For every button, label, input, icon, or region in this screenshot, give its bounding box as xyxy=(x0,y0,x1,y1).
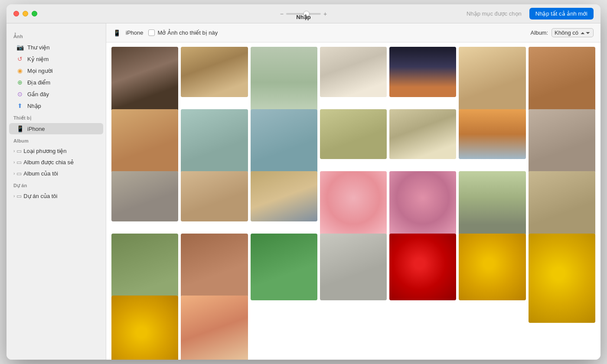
photo-thumb[interactable] xyxy=(389,234,456,300)
memory-icon: ↺ xyxy=(16,55,24,62)
photo-image xyxy=(181,171,248,221)
photo-thumb[interactable] xyxy=(181,234,248,300)
sidebar-item-label-gan-day: Gần đây xyxy=(27,91,49,98)
photo-thumb[interactable] xyxy=(529,109,595,176)
album-label: Album: xyxy=(531,29,548,36)
sidebar-item-gan-day[interactable]: ⊙ Gần đây xyxy=(9,88,103,100)
maximize-button[interactable] xyxy=(32,11,37,16)
sidebar-item-label-nhap: Nhập xyxy=(27,103,41,109)
photo-thumb[interactable] xyxy=(529,234,595,323)
photo-thumb[interactable] xyxy=(459,109,525,159)
photo-image xyxy=(320,234,387,300)
album-dropdown[interactable]: Không có ⏶⏷ xyxy=(552,28,594,37)
photo-thumb[interactable] xyxy=(181,47,248,97)
photo-thumb[interactable] xyxy=(389,109,456,159)
photo-image xyxy=(389,47,456,97)
open-photos-checkbox[interactable] xyxy=(148,29,155,36)
photo-image xyxy=(320,171,387,238)
iphone-icon: 📱 xyxy=(16,125,24,132)
minimize-button[interactable] xyxy=(23,11,28,16)
photo-image xyxy=(181,47,248,97)
open-photos-checkbox-wrapper[interactable]: Mở Ảnh cho thiết bị này xyxy=(148,29,218,36)
sidebar-section-thietbi: Thiết bị xyxy=(7,112,106,123)
photo-image xyxy=(459,171,525,238)
sidebar-item-label-moi-nguoi: Mọi người xyxy=(27,68,53,74)
sidebar-item-dia-diem[interactable]: ⊕ Địa điểm xyxy=(9,77,103,88)
photo-image xyxy=(529,47,595,114)
photo-thumb[interactable] xyxy=(459,47,525,114)
photo-image xyxy=(251,234,317,300)
sidebar-item-loai-phuong-tien[interactable]: › ▭ Loại phương tiện xyxy=(9,146,103,156)
photo-image xyxy=(111,171,178,221)
sidebar-item-label-ky-niem: Kỷ niệm xyxy=(27,56,49,62)
sidebar-item-moi-nguoi[interactable]: ◉ Mọi người xyxy=(9,65,103,76)
places-icon: ⊕ xyxy=(16,79,24,86)
sidebar-item-ky-niem[interactable]: ↺ Kỷ niệm xyxy=(9,53,103,65)
recent-icon: ⊙ xyxy=(16,91,24,98)
photo-thumb[interactable] xyxy=(251,171,317,221)
photo-image xyxy=(181,234,248,300)
photo-thumb[interactable] xyxy=(181,171,248,221)
sidebar-label-du-an-cua-toi: Dự án của tôi xyxy=(23,193,57,199)
sidebar-section-album: Album xyxy=(7,135,106,145)
import-all-button[interactable]: Nhập tất cả ảnh mới xyxy=(529,8,594,20)
photo-image xyxy=(111,109,178,176)
photos-toolbar: 📱 iPhone Mở Ảnh cho thiết bị này Album: … xyxy=(106,23,600,42)
photo-thumb[interactable] xyxy=(320,171,387,238)
chevron-album-cua-toi: › xyxy=(13,171,15,176)
main-content: Ảnh 📷 Thư viện ↺ Kỷ niệm ◉ Mọi người ⊕ Đ… xyxy=(7,23,600,360)
sidebar-item-album-chia-se[interactable]: › ▭ Album được chia sẻ xyxy=(9,157,103,168)
titlebar-actions: Nhập mục được chọn Nhập tất cả ảnh mới xyxy=(463,8,594,20)
photo-image xyxy=(111,296,178,360)
device-name-label: iPhone xyxy=(126,29,143,36)
stepper-icon: ⏶⏷ xyxy=(580,30,591,36)
import-icon: ⬆ xyxy=(16,102,24,109)
folder-du-an-icon: ▭ xyxy=(16,193,22,199)
sidebar-label-loai-phuong-tien: Loại phương tiện xyxy=(23,148,66,154)
photo-thumb[interactable] xyxy=(459,171,525,238)
photo-image xyxy=(111,47,178,114)
photo-image xyxy=(389,171,456,238)
chevron-du-an: › xyxy=(13,194,15,198)
photo-thumb[interactable] xyxy=(529,171,595,238)
photo-thumb[interactable] xyxy=(181,109,248,176)
sidebar-item-nhap[interactable]: ⬆ Nhập xyxy=(9,100,103,111)
people-icon: ◉ xyxy=(16,67,24,74)
close-button[interactable] xyxy=(13,11,19,16)
photo-thumb[interactable] xyxy=(320,234,387,300)
photo-thumb[interactable] xyxy=(251,234,317,300)
sidebar-label-album-cua-toi: Album của tôi xyxy=(23,170,58,177)
window-title: Nhập xyxy=(296,14,310,20)
photo-thumb[interactable] xyxy=(320,109,387,159)
zoom-plus-icon[interactable]: + xyxy=(323,10,327,17)
photo-thumb[interactable] xyxy=(251,109,317,176)
photo-thumb[interactable] xyxy=(389,171,456,238)
sidebar-item-album-cua-toi[interactable]: › ▭ Album của tôi xyxy=(9,168,103,179)
sidebar-item-iphone[interactable]: 📱 iPhone xyxy=(9,123,103,134)
photo-thumb[interactable] xyxy=(111,47,178,114)
photo-image xyxy=(459,109,525,159)
photo-thumb[interactable] xyxy=(459,234,525,300)
folder-loai-icon: ▭ xyxy=(16,148,22,154)
folder-chia-se-icon: ▭ xyxy=(16,159,22,166)
chevron-loai-phuong-tien: › xyxy=(13,149,15,153)
photo-thumb[interactable] xyxy=(111,171,178,221)
photo-image xyxy=(529,234,595,323)
photo-thumb[interactable] xyxy=(111,296,178,360)
folder-cua-toi-icon: ▭ xyxy=(16,170,22,177)
sidebar-item-thu-vien[interactable]: 📷 Thư viện xyxy=(9,42,103,53)
import-selected-button[interactable]: Nhập mục được chọn xyxy=(463,9,525,19)
photo-thumb[interactable] xyxy=(111,109,178,176)
zoom-minus-icon[interactable]: − xyxy=(280,10,284,17)
album-value: Không có xyxy=(555,29,578,36)
photo-image xyxy=(181,109,248,176)
photo-thumb[interactable] xyxy=(320,47,387,97)
sidebar-item-du-an-cua-toi[interactable]: › ▭ Dự án của tôi xyxy=(9,191,103,202)
sidebar-label-album-chia-se: Album được chia sẻ xyxy=(23,159,74,166)
photo-thumb[interactable] xyxy=(389,47,456,97)
photo-image xyxy=(459,47,525,114)
photo-thumb[interactable] xyxy=(181,296,248,360)
photo-image xyxy=(251,109,317,176)
photo-thumb[interactable] xyxy=(529,47,595,114)
device-icon-toolbar: 📱 xyxy=(113,29,121,36)
